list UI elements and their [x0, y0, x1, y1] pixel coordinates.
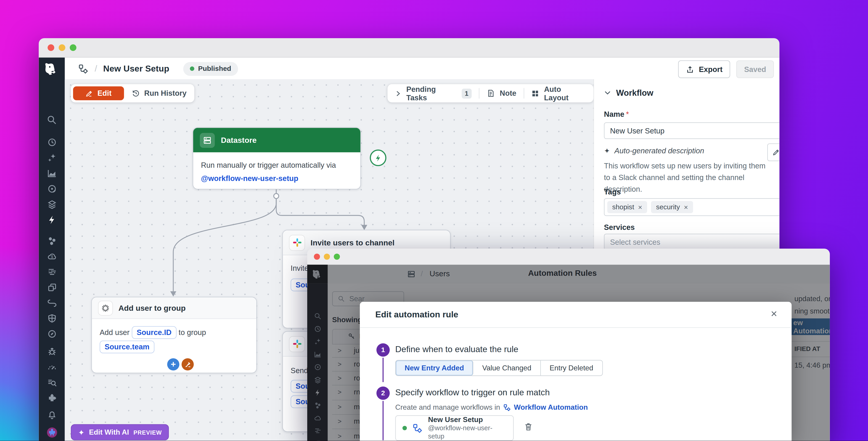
zoom-window-button[interactable]: [334, 254, 340, 260]
workflow-automation-link[interactable]: Workflow Automation: [503, 403, 588, 411]
name-input[interactable]: [604, 122, 779, 139]
auto-layout-grid-icon: [531, 89, 539, 97]
window-titlebar: [39, 38, 780, 58]
pending-count-badge: 1: [462, 88, 472, 98]
tag-label: security: [656, 203, 680, 211]
auto-layout-label: Auto Layout: [544, 85, 586, 102]
minimize-window-button[interactable]: [324, 254, 330, 260]
export-button[interactable]: Export: [678, 60, 730, 78]
remove-tag-icon[interactable]: ×: [638, 203, 642, 211]
left-nav-rail: $ ? Help: [39, 79, 65, 441]
node-title: Add user to group: [119, 303, 186, 312]
datadog-logo[interactable]: [39, 58, 65, 80]
agent-icon[interactable]: [46, 427, 58, 439]
infrastructure-icon[interactable]: [47, 199, 57, 209]
workflow-name: New User Setup: [428, 415, 506, 424]
node-text: Add user: [100, 328, 129, 336]
edit-automation-rule-modal: Edit automation rule × 1 Define when to …: [360, 302, 792, 441]
saved-label: Saved: [744, 65, 766, 74]
tags-input[interactable]: shopist× security×: [604, 198, 779, 216]
trash-icon[interactable]: [524, 422, 533, 432]
resource-catalog-icon[interactable]: [47, 236, 57, 246]
zoom-window-button[interactable]: [70, 44, 76, 51]
log-search-icon[interactable]: [47, 378, 57, 388]
breadcrumb: / New User Setup Published: [78, 62, 238, 76]
trigger-bolt-badge: [370, 149, 386, 166]
close-window-button[interactable]: [314, 254, 320, 260]
workflow-handle-link[interactable]: @workflow-new-user-setup: [201, 172, 353, 185]
source-id-chip[interactable]: Source.ID: [131, 326, 176, 339]
node-title: Invite users to channel: [311, 238, 395, 247]
metrics-icon[interactable]: [47, 168, 57, 178]
trigger-type-segmented-control: New Entry Added Value Changed Entry Dele…: [395, 360, 602, 376]
panel-section-header[interactable]: Workflow: [604, 88, 653, 97]
preview-badge: PREVIEW: [133, 429, 162, 436]
service-management-icon[interactable]: [47, 298, 57, 308]
note-button[interactable]: Note: [479, 84, 524, 102]
performance-gauge-icon[interactable]: [47, 362, 57, 372]
close-icon[interactable]: ×: [771, 307, 777, 320]
run-history-icon[interactable]: [47, 137, 57, 147]
bolt-icon: [374, 154, 382, 162]
datastore-icon: [200, 133, 215, 147]
run-history-button[interactable]: Run History: [124, 89, 194, 97]
selected-workflow-card[interactable]: New User Setup @workflow-new-user-setup: [395, 415, 514, 441]
security-shield-icon[interactable]: [47, 314, 57, 324]
integrations-puzzle-icon[interactable]: [47, 393, 57, 403]
software-catalog-icon[interactable]: [47, 283, 57, 292]
edit-with-ai-button[interactable]: ✦ Edit With AI PREVIEW: [71, 424, 169, 440]
datastore-trigger-node[interactable]: Datastore Run manually or trigger automa…: [192, 127, 361, 189]
source-team-chip[interactable]: Source.team: [100, 341, 154, 353]
breadcrumb-separator: /: [95, 64, 97, 74]
edit-mode-button[interactable]: Edit: [73, 86, 124, 100]
branch-step-button[interactable]: [182, 358, 194, 371]
sparkle-icon: ✦: [78, 428, 85, 437]
note-label: Note: [500, 89, 517, 97]
auto-layout-button[interactable]: Auto Layout: [524, 84, 593, 102]
pencil-icon: [85, 89, 93, 97]
minimize-window-button[interactable]: [59, 44, 65, 51]
workflow-handle: @workflow-new-user-setup: [428, 424, 506, 441]
workflow-automation-bolt-icon[interactable]: [47, 215, 57, 225]
auto-description-row: ✦ Auto-generated description: [604, 147, 704, 155]
node-title: Datastore: [221, 136, 257, 145]
tag-chip[interactable]: shopist×: [608, 201, 647, 213]
workflow-icon: [503, 403, 511, 411]
pending-tasks-button[interactable]: Pending Tasks 1: [388, 84, 478, 102]
edit-with-ai-label: Edit With AI: [89, 428, 129, 436]
export-label: Export: [699, 65, 723, 74]
required-asterisk: *: [626, 110, 629, 118]
add-step-button[interactable]: +: [167, 358, 179, 371]
bits-ai-sparkles-icon[interactable]: [47, 153, 57, 163]
modal-header: Edit automation rule ×: [360, 302, 792, 328]
description-text: This workflow sets up new users by invit…: [604, 160, 771, 195]
step-number-badge: 1: [376, 344, 390, 357]
error-tracking-bug-icon[interactable]: [47, 347, 57, 357]
search-icon[interactable]: [46, 115, 57, 125]
modal-title: Edit automation rule: [375, 310, 458, 320]
branch-arrow-icon: [184, 361, 191, 368]
tag-chip[interactable]: security×: [651, 201, 693, 213]
services-select[interactable]: Select services: [604, 234, 779, 251]
close-window-button[interactable]: [48, 44, 54, 51]
monitors-bell-icon[interactable]: [47, 410, 57, 420]
logs-icon[interactable]: [47, 267, 57, 277]
cloud-cost-icon[interactable]: $: [47, 251, 57, 261]
slack-icon: [289, 336, 304, 351]
remove-tag-icon[interactable]: ×: [684, 203, 688, 211]
synthetics-compass-icon[interactable]: [47, 329, 57, 339]
slack-icon: [289, 235, 304, 250]
edit-description-button[interactable]: [767, 144, 779, 161]
edit-label: Edit: [97, 89, 112, 97]
export-icon: [686, 65, 694, 74]
status-label: Published: [198, 65, 231, 73]
segment-new-entry-added[interactable]: New Entry Added: [396, 360, 473, 375]
segment-value-changed[interactable]: Value Changed: [473, 360, 541, 375]
apm-icon[interactable]: [47, 184, 57, 194]
node-description: Run manually or trigger automatically vi…: [201, 159, 353, 172]
step-connector: [382, 358, 384, 382]
plus-icon: +: [170, 359, 176, 370]
pending-tasks-label: Pending Tasks: [406, 85, 457, 102]
status-badge: Published: [183, 62, 238, 76]
segment-entry-deleted[interactable]: Entry Deleted: [541, 360, 602, 375]
